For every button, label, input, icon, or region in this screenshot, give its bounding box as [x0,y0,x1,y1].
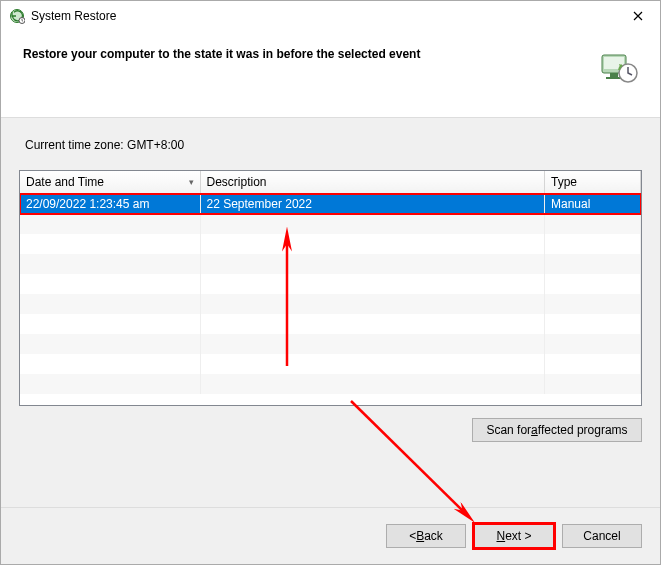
body-region: Current time zone: GMT+8:00 Date and Tim… [1,118,660,507]
cell-description: 22 September 2022 [200,194,545,214]
cancel-button[interactable]: Cancel [562,524,642,548]
cell-type: Manual [545,194,641,214]
system-restore-window: System Restore Restore your computer to … [0,0,661,565]
titlebar: System Restore [1,1,660,31]
sort-indicator-icon: ▾ [189,177,194,187]
next-button[interactable]: Next > [474,524,554,548]
table-row [20,314,641,334]
table-row [20,234,641,254]
header-region: Restore your computer to the state it wa… [1,31,660,118]
table-header-row: Date and Time ▾ Description Type [20,171,641,194]
wizard-footer: < Back Next > Cancel [1,507,660,564]
restore-large-icon [598,47,638,87]
col-header-date[interactable]: Date and Time ▾ [20,171,200,194]
timezone-label: Current time zone: GMT+8:00 [19,138,642,152]
table-row [20,214,641,234]
restore-points-table[interactable]: Date and Time ▾ Description Type 22/09/2… [19,170,642,406]
table-row [20,374,641,394]
restore-icon [9,8,25,24]
back-button[interactable]: < Back [386,524,466,548]
window-title: System Restore [31,9,615,23]
table-row[interactable]: 22/09/2022 1:23:45 am22 September 2022Ma… [20,194,641,214]
cell-date: 22/09/2022 1:23:45 am [20,194,200,214]
close-button[interactable] [615,2,660,31]
close-icon [633,11,643,21]
col-header-type[interactable]: Type [545,171,641,194]
table-row [20,334,641,354]
svg-rect-4 [610,73,618,77]
table-row [20,354,641,374]
header-text: Restore your computer to the state it wa… [23,47,420,61]
table-row [20,294,641,314]
col-header-description[interactable]: Description [200,171,545,194]
table-row [20,274,641,294]
table-row [20,254,641,274]
scan-affected-button[interactable]: Scan for affected programs [472,418,642,442]
